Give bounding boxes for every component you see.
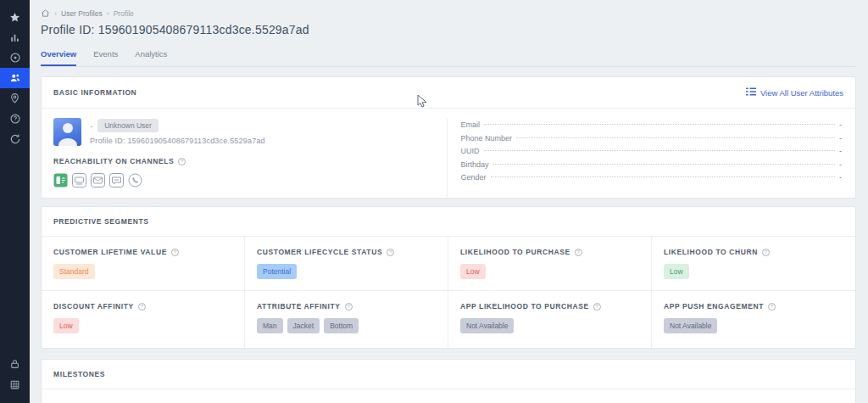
- segment-badges: Not Available: [460, 318, 639, 333]
- dotted-leader: [516, 137, 835, 138]
- star-icon: [9, 12, 20, 23]
- profile-field-row: Phone Number -: [461, 134, 843, 148]
- sms-channel-icon[interactable]: [109, 173, 124, 188]
- help-icon[interactable]: [387, 249, 394, 256]
- segment-cell: APP PUSH ENGAGEMENT Not Available: [652, 291, 855, 348]
- segment-badge: Not Available: [664, 318, 717, 333]
- tab-overview[interactable]: Overview: [41, 49, 76, 66]
- segment-badge: Man: [257, 318, 283, 333]
- predictive-segments-title: PREDICTIVE SEGMENTS: [53, 217, 148, 226]
- help-icon[interactable]: [138, 303, 146, 311]
- users-icon: [9, 72, 21, 84]
- refresh-icon: [9, 133, 21, 145]
- help-icon[interactable]: [575, 249, 582, 256]
- field-label: UUID: [461, 147, 480, 155]
- sidebar-item-favorites[interactable]: [0, 7, 30, 27]
- field-value: -: [839, 147, 842, 155]
- profile-field-row: Gender -: [461, 173, 843, 187]
- field-label: Birthday: [461, 160, 489, 169]
- list-icon: [746, 87, 756, 98]
- view-all-user-attributes-link[interactable]: View All User Attributes: [746, 87, 843, 98]
- bar-chart-icon: [9, 32, 20, 43]
- dotted-leader: [491, 176, 835, 177]
- profile-field-row: Birthday -: [461, 160, 843, 174]
- home-icon[interactable]: [41, 8, 50, 18]
- apps-grid-icon: [9, 379, 20, 390]
- segment-badge: Potential: [257, 264, 297, 279]
- segment-badge: Standard: [53, 264, 95, 279]
- segment-badge: Low: [53, 318, 79, 333]
- help-icon[interactable]: [762, 249, 770, 256]
- segment-cell: DISCOUNT AFFINITY Low: [42, 291, 245, 348]
- segment-cell: CUSTOMER LIFECYCLE STATUS Potential: [245, 237, 448, 290]
- breadcrumb: › User Profiles › Profile: [41, 8, 856, 18]
- segment-badge: Low: [460, 264, 486, 279]
- predictive-segments-row-1: CUSTOMER LIFETIME VALUE Standard CUSTOME…: [42, 237, 855, 291]
- profile-field-row: UUID -: [461, 147, 843, 160]
- segment-badges: Low: [460, 264, 639, 279]
- field-label: Email: [461, 120, 481, 129]
- basic-information-title: BASIC INFORMATION: [53, 88, 136, 97]
- segment-label: LIKELIHOOD TO CHURN: [664, 248, 758, 256]
- breadcrumb-separator-icon: ›: [107, 9, 109, 18]
- field-label: Phone Number: [461, 134, 513, 143]
- segment-badge: Not Available: [460, 318, 514, 333]
- sidebar-item-analytics[interactable]: [0, 27, 30, 48]
- breadcrumb-profile: Profile: [114, 9, 134, 18]
- segment-badge: Jacket: [287, 318, 320, 333]
- breadcrumb-separator-icon: ›: [54, 9, 57, 18]
- avatar: [53, 118, 81, 146]
- field-value: -: [839, 160, 842, 169]
- help-icon[interactable]: [178, 158, 186, 165]
- whatsapp-channel-icon[interactable]: [128, 173, 142, 188]
- segment-badges: Not Available: [664, 318, 843, 333]
- reachability-title: REACHABILITY ON CHANNELS: [53, 157, 174, 165]
- segment-badge: Bottom: [324, 318, 359, 333]
- milestones-card: MILESTONES: [41, 359, 856, 403]
- segment-badge: Low: [664, 264, 689, 279]
- main-content: › User Profiles › Profile Profile ID: 15…: [30, 0, 868, 403]
- email-channel-icon[interactable]: [91, 173, 105, 188]
- milestones-title: MILESTONES: [53, 370, 105, 378]
- segment-label: DISCOUNT AFFINITY: [53, 302, 134, 311]
- tab-analytics[interactable]: Analytics: [135, 49, 167, 66]
- breadcrumb-user-profiles[interactable]: User Profiles: [61, 9, 103, 18]
- sidebar-item-security[interactable]: [0, 354, 30, 374]
- tab-events[interactable]: Events: [93, 49, 118, 66]
- segment-badges: Low: [664, 264, 843, 279]
- segment-cell: LIKELIHOOD TO PURCHASE Low: [448, 237, 652, 290]
- segment-label: CUSTOMER LIFECYCLE STATUS: [257, 248, 382, 256]
- field-value: -: [839, 173, 842, 182]
- segment-cell: LIKELIHOOD TO CHURN Low: [652, 237, 855, 290]
- profile-id-text: Profile ID: 159601905408679113cd3ce.5529…: [90, 137, 265, 145]
- channel-icons-row: [53, 173, 435, 188]
- web-push-channel-icon[interactable]: [72, 173, 86, 188]
- help-icon[interactable]: [171, 249, 179, 256]
- help-circle-icon: [9, 113, 21, 125]
- basic-information-card: BASIC INFORMATION View All User Attribut…: [41, 76, 856, 199]
- help-icon[interactable]: [593, 303, 601, 311]
- segment-label: CUSTOMER LIFETIME VALUE: [53, 248, 167, 256]
- help-icon[interactable]: [345, 303, 353, 311]
- unknown-user-badge: Unknown User: [97, 119, 159, 132]
- segment-label: APP LIKELIHOOD TO PURCHASE: [460, 302, 589, 311]
- sidebar-item-geo[interactable]: [0, 88, 30, 109]
- help-icon[interactable]: [768, 303, 776, 311]
- target-icon: [9, 52, 21, 64]
- sidebar-item-apps[interactable]: [0, 374, 30, 395]
- segment-label: APP PUSH ENGAGEMENT: [664, 302, 764, 311]
- sidebar-item-sync[interactable]: [0, 129, 30, 149]
- location-pin-icon: [9, 92, 20, 104]
- segment-badges: Potential: [257, 264, 436, 279]
- lock-icon: [9, 358, 20, 370]
- segment-badges: ManJacketBottom: [257, 318, 436, 333]
- sidebar-item-user-profiles[interactable]: [0, 68, 30, 88]
- mobile-push-channel-icon[interactable]: [53, 173, 68, 188]
- sidebar: [0, 0, 30, 403]
- predictive-segments-row-2: DISCOUNT AFFINITY Low ATTRIBUTE AFFINITY…: [42, 291, 855, 348]
- sidebar-item-boards[interactable]: [0, 48, 30, 68]
- field-label: Gender: [461, 173, 487, 182]
- sidebar-item-help[interactable]: [0, 109, 30, 129]
- segment-badges: Standard: [53, 264, 232, 279]
- dotted-leader: [493, 164, 835, 165]
